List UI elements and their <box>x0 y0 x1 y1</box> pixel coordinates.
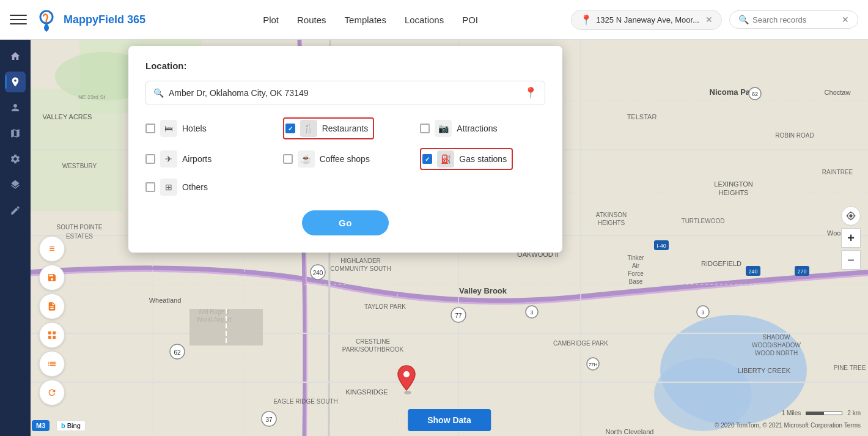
poi-checkbox-attractions[interactable] <box>420 124 430 133</box>
sidebar-item-layers[interactable] <box>5 174 26 195</box>
location-search-pin-icon[interactable]: 📍 <box>524 86 537 100</box>
location-search-bar[interactable]: 🔍 📍 <box>145 81 545 105</box>
poi-checkbox-airports[interactable] <box>145 154 155 164</box>
search-clear-icon[interactable]: ✕ <box>842 15 849 24</box>
svg-text:HEIGHTS: HEIGHTS <box>719 189 749 196</box>
map-copyright: © 2020 TomTom, © 2021 Microsoft Corporat… <box>715 422 861 429</box>
svg-text:Tinker: Tinker <box>627 254 644 261</box>
location-close-icon[interactable]: ✕ <box>705 15 713 24</box>
logo-text: MappyField 365 <box>64 13 145 26</box>
poi-icon-coffee-shops: ☕ <box>298 150 315 168</box>
nav-links: Plot Routes Templates Locations POI <box>170 12 571 28</box>
poi-option-restaurants[interactable]: 🍴 Restaurants <box>283 117 408 139</box>
scale-bar: 1 Miles 2 km <box>782 410 861 416</box>
svg-point-83 <box>404 391 411 394</box>
poi-options: 🛏 Hotels 🍴 Restaurants 📷 Attractions ✈ A… <box>145 117 545 196</box>
svg-text:3: 3 <box>701 309 704 316</box>
nav-link-locations[interactable]: Locations <box>405 12 444 28</box>
poi-option-gas-stations[interactable]: ⛽ Gas stations <box>420 148 545 170</box>
svg-text:62: 62 <box>174 349 181 356</box>
sidebar-item-map[interactable] <box>5 123 26 144</box>
bottom-left-tools: ≡ <box>39 236 65 405</box>
svg-text:HIGHLANDER: HIGHLANDER <box>340 257 381 264</box>
svg-text:SHADOW: SHADOW <box>763 334 791 341</box>
tool-grid-button[interactable] <box>39 322 65 348</box>
svg-text:WOOD/SHADOW: WOOD/SHADOW <box>752 342 801 349</box>
left-sidebar <box>0 40 31 436</box>
location-target-button[interactable] <box>841 206 861 226</box>
scale-km: 2 km <box>847 410 861 416</box>
svg-text:CRESTLINE: CRESTLINE <box>356 338 390 345</box>
nav-link-routes[interactable]: Routes <box>297 12 326 28</box>
svg-text:TAYLOR PARK: TAYLOR PARK <box>364 303 406 310</box>
search-input[interactable] <box>752 15 838 24</box>
popup-title: Location: <box>145 61 545 71</box>
poi-icon-restaurants: 🍴 <box>300 120 317 137</box>
svg-text:ATKINSON: ATKINSON <box>596 212 627 218</box>
svg-text:240: 240 <box>313 270 323 276</box>
location-search-input[interactable] <box>169 88 519 98</box>
poi-checkbox-others[interactable] <box>145 182 155 192</box>
svg-text:PINE TREE: PINE TREE <box>834 364 866 371</box>
poi-label-airports: Airports <box>182 154 211 164</box>
poi-label-restaurants: Restaurants <box>322 124 368 133</box>
svg-text:62: 62 <box>752 91 758 97</box>
svg-text:ESTATES: ESTATES <box>66 233 93 240</box>
tool-list-button[interactable]: ≡ <box>39 236 65 262</box>
poi-icon-attractions: 📷 <box>435 120 452 137</box>
poi-label-attractions: Attractions <box>457 124 497 133</box>
menu-button[interactable] <box>10 11 27 28</box>
zoom-out-button[interactable]: − <box>841 250 861 270</box>
poi-checkbox-coffee-shops[interactable] <box>283 154 293 164</box>
poi-label-hotels: Hotels <box>182 124 207 133</box>
svg-text:RIDGEFIELD: RIDGEFIELD <box>701 260 741 267</box>
sidebar-item-settings[interactable] <box>5 149 26 169</box>
poi-checkbox-hotels[interactable] <box>145 124 155 133</box>
svg-text:3: 3 <box>530 309 533 316</box>
svg-text:CAMBRIDGE PARK: CAMBRIDGE PARK <box>553 340 608 347</box>
nav-link-poi[interactable]: POI <box>462 12 478 28</box>
search-icon: 🔍 <box>738 15 749 24</box>
nav-link-plot[interactable]: Plot <box>263 12 279 28</box>
svg-text:270: 270 <box>797 268 806 275</box>
poi-option-coffee-shops[interactable]: ☕ Coffee shops <box>283 148 408 170</box>
tool-doc-button[interactable] <box>39 294 65 319</box>
zoom-in-button[interactable]: + <box>841 228 861 248</box>
sidebar-item-person[interactable] <box>5 97 26 118</box>
poi-option-attractions[interactable]: 📷 Attractions <box>420 117 545 139</box>
svg-text:COMMUNITY SOUTH: COMMUNITY SOUTH <box>330 265 391 272</box>
bing-b-icon: b <box>61 422 65 429</box>
show-data-button[interactable]: Show Data <box>408 409 491 431</box>
sidebar-item-edit[interactable] <box>5 200 26 221</box>
poi-label-coffee-shops: Coffee shops <box>320 154 370 164</box>
tool-bullets-button[interactable] <box>39 351 65 377</box>
tool-save-button[interactable] <box>39 265 65 290</box>
search-box[interactable]: 🔍 ✕ <box>729 10 858 29</box>
svg-text:I-40: I-40 <box>657 243 666 249</box>
logo-area: MappyField 365 <box>34 7 145 32</box>
poi-option-airports[interactable]: ✈ Airports <box>145 148 271 170</box>
poi-option-others[interactable]: ⊞ Others <box>145 179 271 196</box>
poi-icon-others: ⊞ <box>160 179 177 196</box>
bing-label: Bing <box>67 422 81 429</box>
tool-refresh-button[interactable] <box>39 380 65 405</box>
sidebar-item-home[interactable] <box>5 46 26 67</box>
location-pin-icon: 📍 <box>580 14 592 26</box>
poi-option-hotels[interactable]: 🛏 Hotels <box>145 117 271 139</box>
sidebar-item-pin[interactable] <box>5 72 26 92</box>
logo-icon <box>34 7 59 32</box>
m3-badge: M3 <box>32 420 50 431</box>
poi-checkbox-gas-stations[interactable] <box>422 154 432 164</box>
svg-text:RAINTREE: RAINTREE <box>822 169 853 176</box>
svg-text:WOOD NORTH: WOOD NORTH <box>755 350 798 357</box>
nav-link-templates[interactable]: Templates <box>345 12 386 28</box>
nav-right: 📍 1325 N Janeway Ave, Moor... ✕ 🔍 ✕ <box>571 10 858 30</box>
svg-text:77H: 77H <box>589 362 598 368</box>
poi-checkbox-restaurants[interactable] <box>285 124 295 133</box>
poi-label-others: Others <box>182 182 208 192</box>
poi-label-gas-stations: Gas stations <box>459 154 507 164</box>
location-display[interactable]: 📍 1325 N Janeway Ave, Moor... ✕ <box>571 10 722 30</box>
go-button[interactable]: Go <box>302 210 389 235</box>
svg-text:Valley Brook: Valley Brook <box>459 286 507 295</box>
svg-text:Choctaw: Choctaw <box>825 89 851 96</box>
